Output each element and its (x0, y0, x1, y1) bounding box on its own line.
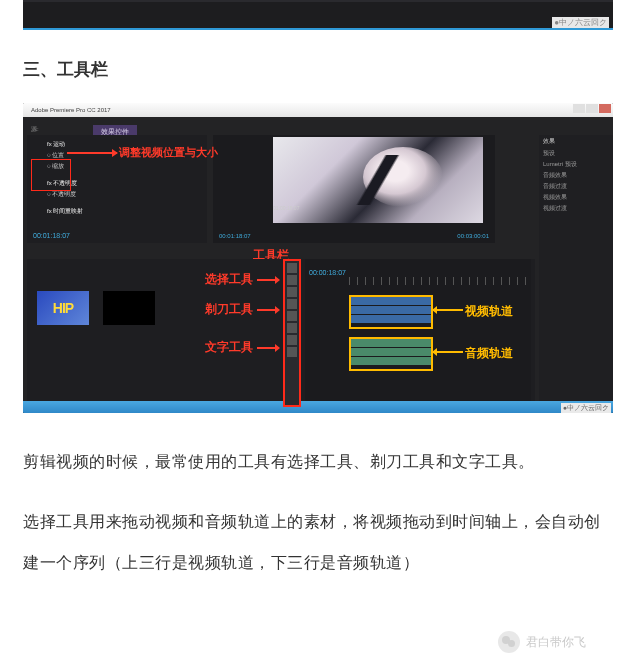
body-paragraph-2: 选择工具用来拖动视频和音频轨道上的素材，将视频拖动到时间轴上，会自动创建一个序列… (23, 501, 613, 584)
effects-sidebar: 效果 预设 Lumetri 预设 音频效果 音频过渡 视频效果 视频过渡 (539, 135, 613, 405)
arrow-to-audio-track (433, 351, 463, 353)
video-tracks-highlight (349, 295, 433, 329)
program-timecode-right: 00:03:00:01 (457, 233, 489, 239)
source-tab: 源: (31, 125, 39, 134)
watermark-small: ●中ノ六云回ク (561, 403, 611, 413)
annotation-text-tool: 文字工具 (205, 339, 279, 356)
prev-screenshot-strip: ●中ノ六云回ク (23, 0, 613, 30)
timeline-ruler (349, 277, 527, 285)
effects-sidebar-item: 视频效果 (539, 192, 613, 203)
tool-palette-highlight (283, 259, 301, 407)
source-timecode: 00:01:18:07 (33, 232, 70, 239)
audio-tracks-highlight (349, 337, 433, 371)
clip-thumbnail-black (103, 291, 155, 325)
effect-item: fx 时间重映射 (33, 206, 201, 217)
timeline-panel: 00:00:18:07 视频轨道 音频轨道 (305, 259, 531, 403)
arrow-to-video-track (433, 309, 463, 311)
program-monitor-frame (273, 137, 483, 223)
body-paragraph-1: 剪辑视频的时候，最常使用的工具有选择工具、剃刀工具和文字工具。 (23, 441, 613, 483)
program-monitor: 01:00:18:07 00:01:18:07 00:03:00:01 (213, 135, 495, 243)
windows-taskbar: ●中ノ六云回ク (23, 401, 613, 413)
effects-sidebar-item: 音频过渡 (539, 181, 613, 192)
program-timecode-left: 00:01:18:07 (219, 233, 251, 239)
annotation-adjust-position-label: 调整视频位置与大小 (119, 145, 218, 160)
annotation-adjust-position: 调整视频位置与大小 (67, 145, 218, 160)
timeline-timecode: 00:00:18:07 (309, 269, 346, 276)
section-heading: 三、工具栏 (23, 58, 613, 81)
premiere-workspace: 源: 效果控件 调整视频位置与大小 fx 运动 ○ 位置 ○ 缩放 fx 不透明… (23, 117, 613, 413)
effects-sidebar-title: 效果 (539, 135, 613, 148)
window-buttons (573, 104, 611, 113)
effects-sidebar-item: 音频效果 (539, 170, 613, 181)
overlay-timecode: 01:00:18:07 (273, 205, 299, 211)
annotation-razor-tool: 剃刀工具 (205, 301, 279, 318)
red-highlight-box-motion (31, 159, 71, 191)
annotation-audio-track: 音频轨道 (465, 345, 513, 362)
effects-sidebar-item: 视频过渡 (539, 203, 613, 214)
clip-thumbnail: HIP (37, 291, 89, 325)
titlebar-text: Adobe Premiere Pro CC 2017 (31, 107, 111, 113)
project-bin: HIP (27, 259, 191, 403)
watermark-small: ●中ノ六云回ク (552, 17, 609, 28)
effects-sidebar-item: 预设 (539, 148, 613, 159)
effects-sidebar-item: Lumetri 预设 (539, 159, 613, 170)
window-titlebar: Adobe Premiere Pro CC 2017 (23, 103, 613, 117)
annotation-select-tool: 选择工具 (205, 271, 279, 288)
premiere-screenshot: Adobe Premiere Pro CC 2017 源: 效果控件 调整视频位… (23, 103, 613, 413)
annotation-video-track: 视频轨道 (465, 303, 513, 320)
